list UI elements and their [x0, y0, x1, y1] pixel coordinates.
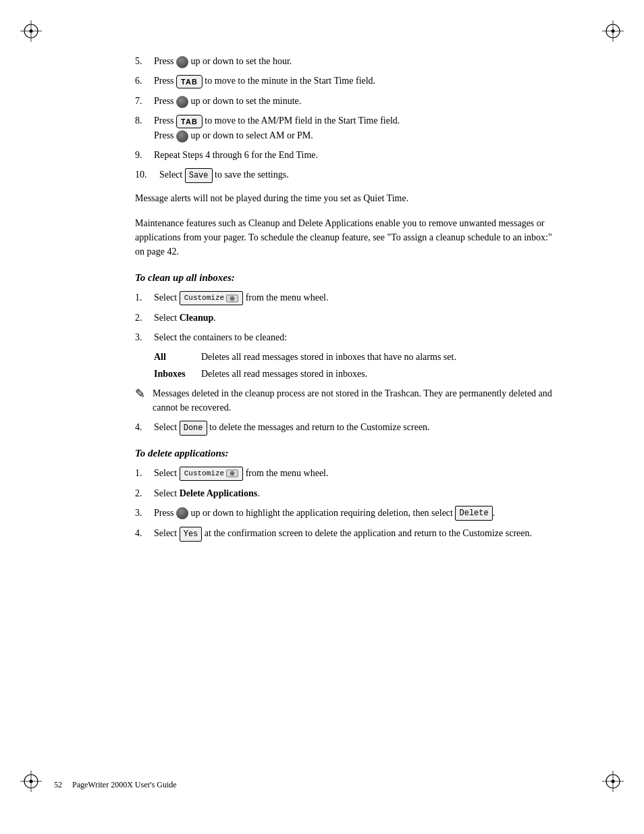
delete-step-1-num: 1.: [135, 466, 154, 480]
page: 5. Press up or down to set the hour. 6. …: [0, 0, 644, 834]
initial-steps: 5. Press up or down to set the hour. 6. …: [135, 54, 563, 183]
delete-step-3-content: Press up or down to highlight the applic…: [154, 506, 563, 521]
jog-dial-icon-5: [176, 56, 188, 68]
delete-step-1-content: Select Customize from the menu wheel.: [154, 466, 563, 481]
step-5: 5. Press up or down to set the hour.: [135, 54, 563, 68]
delete-step-3: 3. Press up or down to highlight the app…: [135, 506, 563, 521]
step-7-num: 7.: [135, 94, 154, 108]
delete-step-2: 2. Select Delete Applications.: [135, 486, 563, 500]
delete-apps-keyword: Delete Applications: [180, 488, 258, 498]
step-8-after: to move to the AM/PM field in the Start …: [205, 115, 400, 126]
step-5-press: Press: [154, 56, 176, 66]
def-inboxes-desc: Deletes all read messages stored in inbo…: [201, 367, 563, 381]
delete-button-inline: Delete: [455, 506, 492, 521]
step-9-num: 9.: [135, 148, 154, 162]
yes-button-inline: Yes: [180, 527, 203, 542]
def-inboxes: Inboxes Deletes all read messages stored…: [154, 367, 563, 381]
delete-steps: 1. Select Customize from the menu wh: [135, 466, 563, 542]
delete-step-3-num: 3.: [135, 506, 154, 520]
step-5-after: up or down to set the hour.: [191, 56, 292, 66]
def-all: All Deletes all read messages stored in …: [154, 350, 563, 364]
footer-page-num: 52: [54, 780, 62, 789]
step-8-content: Press TAB to move to the AM/PM field in …: [154, 113, 563, 142]
step-10-content: Select Save to save the settings.: [159, 167, 563, 183]
step-6-content: Press TAB to move to the minute in the S…: [154, 74, 563, 88]
def-inboxes-term: Inboxes: [154, 367, 201, 381]
main-content: 5. Press up or down to set the hour. 6. …: [135, 54, 563, 542]
cleanup-step-2-content: Select Cleanup.: [154, 311, 563, 325]
step-6-press: Press: [154, 76, 176, 86]
customize-label-1: Customize: [184, 292, 224, 304]
step-5-num: 5.: [135, 54, 154, 68]
delete-step-4-num: 4.: [135, 526, 154, 540]
cleanup-note: ✎ Messages deleted in the cleanup proces…: [135, 386, 563, 415]
step-5-content: Press up or down to set the hour.: [154, 54, 563, 68]
cleanup-note-content: Messages deleted in the cleanup process …: [153, 386, 563, 415]
cleanup-step-4-num: 4.: [135, 420, 154, 434]
cleanup-definitions: All Deletes all read messages stored in …: [154, 350, 563, 381]
delete-step-2-num: 2.: [135, 486, 154, 500]
step-8-sub: Press up or down to select AM or PM.: [154, 130, 313, 140]
cleanup-step-3-num: 3.: [135, 330, 154, 344]
customize-button-inline-2: Customize: [180, 467, 243, 481]
step-9: 9. Repeat Steps 4 through 6 for the End …: [135, 148, 563, 162]
cleanup-step-2-num: 2.: [135, 311, 154, 325]
delete-step-1: 1. Select Customize from the menu wh: [135, 466, 563, 481]
menu-wheel-icon-1: [226, 294, 238, 303]
step-7-press: Press: [154, 96, 176, 106]
page-footer: 52 PageWriter 2000X User's Guide: [54, 780, 177, 790]
customize-label-2: Customize: [184, 468, 224, 479]
delete-step-4-content: Select Yes at the confirmation screen to…: [154, 526, 563, 542]
def-all-term: All: [154, 350, 201, 364]
step-7-content: Press up or down to set the minute.: [154, 94, 563, 108]
section-cleanup-title: To clean up all inboxes:: [135, 272, 563, 284]
cleanup-step-1-num: 1.: [135, 290, 154, 305]
corner-mark-tr: [601, 19, 625, 43]
def-all-desc: Deletes all read messages stored in inbo…: [201, 350, 563, 364]
delete-step-4: 4. Select Yes at the confirmation screen…: [135, 526, 563, 542]
tab-button-icon-6: TAB: [176, 75, 203, 89]
cleanup-keyword: Cleanup: [180, 313, 214, 323]
cleanup-steps: 1. Select Customize from the menu wh: [135, 290, 563, 436]
cleanup-step-3-content: Select the containers to be cleaned:: [154, 330, 563, 344]
step-8-press: Press: [154, 115, 176, 126]
customize-button-inline-1: Customize: [180, 291, 243, 305]
step-7: 7. Press up or down to set the minute.: [135, 94, 563, 108]
done-button-inline: Done: [180, 421, 207, 436]
cleanup-step-1-content: Select Customize from the menu wheel.: [154, 290, 563, 305]
step-6: 6. Press TAB to move to the minute in th…: [135, 74, 563, 88]
step-6-num: 6.: [135, 74, 154, 88]
delete-step-2-content: Select Delete Applications.: [154, 486, 563, 500]
tab-button-icon-8: TAB: [176, 115, 203, 129]
footer-title: PageWriter 2000X User's Guide: [72, 780, 177, 789]
step-10: 10. Select Save to save the settings.: [135, 167, 563, 183]
step-8: 8. Press TAB to move to the AM/PM field …: [135, 113, 563, 142]
corner-mark-br: [601, 769, 625, 793]
save-button-inline: Save: [185, 168, 213, 183]
menu-wheel-icon-2: [226, 469, 238, 478]
maintenance-intro: Maintenance features such as Cleanup and…: [135, 216, 563, 259]
quiet-time-note: Message alerts will not be played during…: [135, 191, 563, 205]
step-6-after: to move to the minute in the Start Time …: [205, 76, 375, 86]
step-7-after: up or down to set the minute.: [191, 96, 302, 106]
step-9-content: Repeat Steps 4 through 6 for the End Tim…: [154, 148, 563, 162]
cleanup-step-3: 3. Select the containers to be cleaned:: [135, 330, 563, 344]
jog-dial-icon-del3: [176, 507, 188, 519]
cleanup-step-2: 2. Select Cleanup.: [135, 311, 563, 325]
jog-dial-icon-8b: [176, 130, 188, 142]
note-pencil-icon: ✎: [135, 386, 149, 401]
jog-dial-icon-7: [176, 96, 188, 108]
step-10-num: 10.: [135, 167, 159, 182]
corner-mark-tl: [19, 19, 43, 43]
cleanup-step-1: 1. Select Customize from the menu wh: [135, 290, 563, 305]
corner-mark-bl: [19, 769, 43, 793]
cleanup-step-4: 4. Select Done to delete the messages an…: [135, 420, 563, 436]
cleanup-step-4-content: Select Done to delete the messages and r…: [154, 420, 563, 436]
step-8-num: 8.: [135, 113, 154, 128]
section-delete-title: To delete applications:: [135, 448, 563, 459]
